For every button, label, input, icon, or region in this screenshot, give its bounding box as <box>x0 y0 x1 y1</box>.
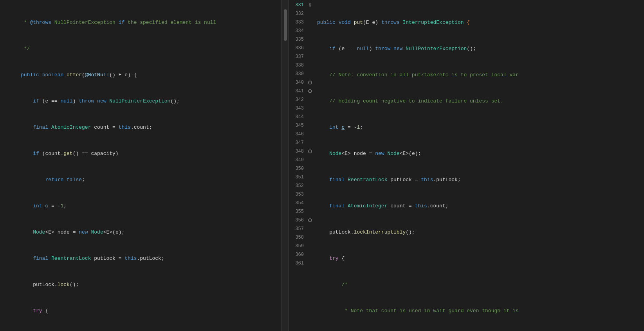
code-line: public void put(E e) throws InterruptedE… <box>317 18 644 27</box>
diff-marker <box>308 87 312 95</box>
diff-icon <box>308 218 312 222</box>
center-scrollbar[interactable] <box>282 0 289 331</box>
code-line: */ <box>21 45 281 53</box>
diff-icon <box>308 89 312 93</box>
svg-point-1 <box>308 90 312 93</box>
diff-marker <box>308 147 312 156</box>
code-line: // Note: convention in all put/take/etc … <box>317 71 644 79</box>
code-line: try { <box>317 254 644 263</box>
code-line: putLock.lock(); <box>21 281 281 289</box>
svg-point-0 <box>308 81 312 84</box>
code-line: // holding count negative to indicate fa… <box>317 97 644 106</box>
diff-marker <box>308 216 312 225</box>
left-pane: * @throws NullPointerException if the sp… <box>0 0 282 331</box>
diff-marker: @ <box>309 1 311 9</box>
code-line: public boolean offer(@NotNull() E e) { <box>21 71 281 79</box>
code-line: int c = -1; <box>317 123 644 132</box>
code-line: final ReentrantLock putLock = this.putLo… <box>21 254 281 263</box>
code-line: /* <box>317 281 644 289</box>
diff-icon <box>308 149 312 153</box>
code-line: if (count.get() == capacity) <box>21 149 281 158</box>
code-line: return false; <box>21 176 281 184</box>
diff-markers-col: @ <box>306 0 314 331</box>
diff-icon <box>308 81 312 85</box>
code-line: Node<E> node = new Node<E>(e); <box>317 149 644 158</box>
code-line: * Note that count is used in wait guard … <box>317 307 644 315</box>
code-line: final AtomicInteger count = this.count; <box>21 123 281 132</box>
scrollbar-thumb[interactable] <box>284 9 287 41</box>
code-line: putLock.lockInterruptibly(); <box>317 228 644 237</box>
code-line: final ReentrantLock putLock = this.putLo… <box>317 176 644 184</box>
right-code-content: public void put(E e) throws InterruptedE… <box>314 0 644 331</box>
code-line: Node<E> node = new Node<E>(e); <box>21 228 281 237</box>
diff-marker <box>308 78 312 87</box>
right-line-numbers: 331 332 333 334 335 336 337 338 339 340 … <box>289 0 306 331</box>
code-line: if (e == null) throw new NullPointerExce… <box>317 45 644 53</box>
code-line: * @throws NullPointerException if the sp… <box>21 18 281 27</box>
right-pane: 331 332 333 334 335 336 337 338 339 340 … <box>289 0 644 331</box>
code-line: final AtomicInteger count = this.count; <box>317 202 644 210</box>
left-line-numbers <box>0 0 18 331</box>
svg-point-3 <box>308 219 312 222</box>
editor-container: * @throws NullPointerException if the sp… <box>0 0 644 331</box>
code-line: if (e == null) throw new NullPointerExce… <box>21 97 281 106</box>
code-line: try { <box>21 307 281 315</box>
code-line: int c = -1; <box>21 202 281 210</box>
left-code-content: * @throws NullPointerException if the sp… <box>18 0 281 331</box>
svg-point-2 <box>308 150 312 153</box>
